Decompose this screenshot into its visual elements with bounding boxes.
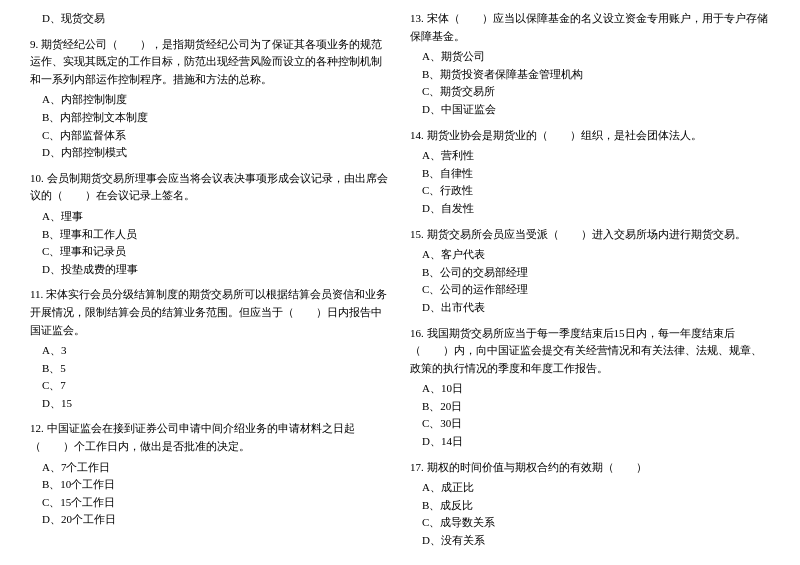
question-block-9: 9. 期货经纪公司（ ），是指期货经纪公司为了保证其各项业务的规范运作、实现其既… bbox=[30, 36, 390, 162]
option-10b: B、理事和工作人员 bbox=[42, 226, 390, 244]
question-block-d-spot: D、现货交易 bbox=[30, 10, 390, 28]
question-block-14: 14. 期货业协会是期货业的（ ）组织，是社会团体法人。 A、营利性 B、自律性… bbox=[410, 127, 770, 218]
option-14c: C、行政性 bbox=[422, 182, 770, 200]
question-block-12: 12. 中国证监会在接到证券公司申请中间介绍业务的申请材料之日起（ ）个工作日内… bbox=[30, 420, 390, 529]
right-column: 13. 宋体（ ）应当以保障基金的名义设立资金专用账户，用于专户存储保障基金。 … bbox=[410, 10, 770, 558]
option-17b: B、成反比 bbox=[422, 497, 770, 515]
option-14d: D、自发性 bbox=[422, 200, 770, 218]
question-text-12: 12. 中国证监会在接到证券公司申请中间介绍业务的申请材料之日起（ ）个工作日内… bbox=[30, 420, 390, 455]
question-text-16: 16. 我国期货交易所应当于每一季度结束后15日内，每一年度结束后（ ）内，向中… bbox=[410, 325, 770, 378]
option-d-spot: D、现货交易 bbox=[42, 10, 390, 28]
option-17c: C、成导数关系 bbox=[422, 514, 770, 532]
option-12d: D、20个工作日 bbox=[42, 511, 390, 529]
option-15d: D、出市代表 bbox=[422, 299, 770, 317]
option-13d: D、中国证监会 bbox=[422, 101, 770, 119]
option-11b: B、5 bbox=[42, 360, 390, 378]
left-column: D、现货交易 9. 期货经纪公司（ ），是指期货经纪公司为了保证其各项业务的规范… bbox=[30, 10, 390, 558]
option-9b: B、内部控制文本制度 bbox=[42, 109, 390, 127]
option-16c: C、30日 bbox=[422, 415, 770, 433]
option-13a: A、期货公司 bbox=[422, 48, 770, 66]
question-text-11: 11. 宋体实行会员分级结算制度的期货交易所可以根据结算会员资信和业务开展情况，… bbox=[30, 286, 390, 339]
question-block-17: 17. 期权的时间价值与期权合约的有效期（ ） A、成正比 B、成反比 C、成导… bbox=[410, 459, 770, 550]
option-15c: C、公司的运作部经理 bbox=[422, 281, 770, 299]
option-12a: A、7个工作日 bbox=[42, 459, 390, 477]
option-9a: A、内部控制制度 bbox=[42, 91, 390, 109]
option-17a: A、成正比 bbox=[422, 479, 770, 497]
option-10d: D、投垫成费的理事 bbox=[42, 261, 390, 279]
option-11c: C、7 bbox=[42, 377, 390, 395]
option-15b: B、公司的交易部经理 bbox=[422, 264, 770, 282]
question-text-15: 15. 期货交易所会员应当受派（ ）进入交易所场内进行期货交易。 bbox=[410, 226, 770, 244]
option-16a: A、10日 bbox=[422, 380, 770, 398]
page-content: D、现货交易 9. 期货经纪公司（ ），是指期货经纪公司为了保证其各项业务的规范… bbox=[30, 10, 770, 558]
option-10c: C、理事和记录员 bbox=[42, 243, 390, 261]
question-block-10: 10. 会员制期货交易所理事会应当将会议表决事项形成会议记录，由出席会议的（ ）… bbox=[30, 170, 390, 279]
option-14b: B、自律性 bbox=[422, 165, 770, 183]
option-12c: C、15个工作日 bbox=[42, 494, 390, 512]
question-text-14: 14. 期货业协会是期货业的（ ）组织，是社会团体法人。 bbox=[410, 127, 770, 145]
option-12b: B、10个工作日 bbox=[42, 476, 390, 494]
question-text-13: 13. 宋体（ ）应当以保障基金的名义设立资金专用账户，用于专户存储保障基金。 bbox=[410, 10, 770, 45]
option-9c: C、内部监督体系 bbox=[42, 127, 390, 145]
question-block-16: 16. 我国期货交易所应当于每一季度结束后15日内，每一年度结束后（ ）内，向中… bbox=[410, 325, 770, 451]
option-14a: A、营利性 bbox=[422, 147, 770, 165]
option-15a: A、客户代表 bbox=[422, 246, 770, 264]
option-16b: B、20日 bbox=[422, 398, 770, 416]
option-11d: D、15 bbox=[42, 395, 390, 413]
option-13c: C、期货交易所 bbox=[422, 83, 770, 101]
question-block-15: 15. 期货交易所会员应当受派（ ）进入交易所场内进行期货交易。 A、客户代表 … bbox=[410, 226, 770, 317]
option-13b: B、期货投资者保障基金管理机构 bbox=[422, 66, 770, 84]
question-text-17: 17. 期权的时间价值与期权合约的有效期（ ） bbox=[410, 459, 770, 477]
question-text-10: 10. 会员制期货交易所理事会应当将会议表决事项形成会议记录，由出席会议的（ ）… bbox=[30, 170, 390, 205]
question-block-13: 13. 宋体（ ）应当以保障基金的名义设立资金专用账户，用于专户存储保障基金。 … bbox=[410, 10, 770, 119]
option-9d: D、内部控制模式 bbox=[42, 144, 390, 162]
question-block-11: 11. 宋体实行会员分级结算制度的期货交易所可以根据结算会员资信和业务开展情况，… bbox=[30, 286, 390, 412]
question-text-9: 9. 期货经纪公司（ ），是指期货经纪公司为了保证其各项业务的规范运作、实现其既… bbox=[30, 36, 390, 89]
option-17d: D、没有关系 bbox=[422, 532, 770, 550]
option-11a: A、3 bbox=[42, 342, 390, 360]
option-10a: A、理事 bbox=[42, 208, 390, 226]
option-16d: D、14日 bbox=[422, 433, 770, 451]
